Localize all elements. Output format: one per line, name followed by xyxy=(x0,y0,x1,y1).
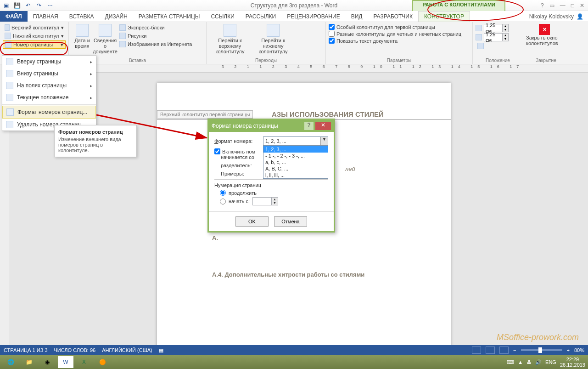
tray-volume-icon[interactable]: 🔊 xyxy=(535,359,542,365)
bottom-page-icon xyxy=(6,70,13,77)
contextual-group-label: РАБОТА С КОЛОНТИТУЛАМИ xyxy=(412,0,505,11)
minimize-icon[interactable]: — xyxy=(560,2,566,9)
tab-review[interactable]: РЕЦЕНЗИРОВАНИЕ xyxy=(281,11,345,22)
zoom-value[interactable]: 80% xyxy=(574,347,584,353)
page-number-button[interactable]: Номер страницы▾ xyxy=(3,40,66,49)
quick-access-toolbar: ▣ 💾 ↶ ↷ ⋯ xyxy=(0,1,54,10)
section-a2-suffix: лей xyxy=(345,165,355,172)
radio-continue[interactable]: продолжить xyxy=(220,190,328,196)
show-doc-checkbox[interactable]: Показать текст документа xyxy=(329,38,470,44)
pictures-icon xyxy=(119,33,126,39)
header-position-spinner[interactable]: 1,25 см▲▼ xyxy=(476,24,520,32)
goto-footer-button[interactable]: Перейти к нижнему колонтитулу xyxy=(252,24,294,54)
format-label: Формат номера: xyxy=(214,138,260,144)
ribbon-collapse-icon[interactable]: ▭ xyxy=(549,2,554,9)
user-area[interactable]: Nikolay Koldovsky 👤 xyxy=(525,11,588,22)
menu-bottom-of-page[interactable]: Внизу страницы▸ xyxy=(2,68,96,79)
taskbar-explorer-icon[interactable]: 📁 xyxy=(21,356,37,368)
status-page[interactable]: СТРАНИЦА 1 ИЗ 3 xyxy=(4,347,48,353)
tab-layout[interactable]: РАЗМЕТКА СТРАНИЦЫ xyxy=(133,11,206,22)
combo-option[interactable]: - 1 -, - 2 -, - 3 -, ... xyxy=(263,153,328,159)
cancel-button[interactable]: Отмена xyxy=(274,216,307,227)
zoom-slider[interactable] xyxy=(521,349,562,351)
quick-parts-button[interactable]: Экспресс-блоки xyxy=(118,24,194,31)
menu-current-position[interactable]: Текущее положение▸ xyxy=(2,91,96,103)
ribbon-tabs: ФАЙЛ ГЛАВНАЯ ВСТАВКА ДИЗАЙН РАЗМЕТКА СТР… xyxy=(0,11,588,22)
tray-lang[interactable]: ENG xyxy=(545,359,556,365)
header-button[interactable]: Верхний колонтитул▾ xyxy=(3,24,66,31)
format-page-number-dialog: Формат номера страницы ? ✕ Формат номера… xyxy=(207,119,335,233)
qat-more-icon[interactable]: ⋯ xyxy=(46,1,54,10)
zoom-in-button[interactable]: + xyxy=(567,347,570,353)
combo-option[interactable]: a, b, c, ... xyxy=(263,159,328,165)
top-page-icon xyxy=(6,58,13,65)
tray-network-icon[interactable]: 🖧 xyxy=(526,359,532,365)
odd-even-checkbox[interactable]: Разные колонтитулы для четных и нечетных… xyxy=(329,31,470,37)
online-pictures-button[interactable]: Изображения из Интернета xyxy=(118,40,194,48)
taskbar-chrome-icon[interactable]: ◉ xyxy=(39,356,55,368)
status-words[interactable]: ЧИСЛО СЛОВ: 96 xyxy=(54,347,96,353)
combo-option[interactable]: A, B, C, ... xyxy=(263,165,328,172)
redo-icon[interactable]: ↷ xyxy=(35,1,43,10)
undo-icon[interactable]: ↶ xyxy=(24,1,32,10)
close-icon[interactable]: ✕ xyxy=(580,2,584,9)
taskbar-word-icon[interactable]: W xyxy=(58,356,73,368)
status-bar: СТРАНИЦА 1 ИЗ 3 ЧИСЛО СЛОВ: 96 АНГЛИЙСКИ… xyxy=(0,345,588,355)
format-combo[interactable]: 1, 2, 3, ...▼ 1, 2, 3, ... - 1 -, - 2 -,… xyxy=(263,136,328,146)
tab-insert[interactable]: ВСТАВКА xyxy=(64,11,100,22)
menu-top-of-page[interactable]: Вверху страницы▸ xyxy=(2,56,96,68)
tab-developer[interactable]: РАЗРАБОТЧИК xyxy=(368,11,418,22)
tab-mailings[interactable]: РАССЫЛКИ xyxy=(240,11,281,22)
pagenum-icon xyxy=(5,41,11,48)
dialog-help-button[interactable]: ? xyxy=(304,122,314,130)
tab-references[interactable]: ССЫЛКИ xyxy=(205,11,240,22)
zoom-out-button[interactable]: − xyxy=(513,347,516,353)
group-label-nav: Переходы xyxy=(209,57,323,63)
numbering-title: Нумерация страниц xyxy=(214,182,328,188)
section-a3b: A. xyxy=(212,234,218,241)
docinfo-icon xyxy=(99,24,112,37)
save-icon[interactable]: 💾 xyxy=(13,1,21,10)
examples-label: Примеры: xyxy=(221,171,267,176)
align-tab-button[interactable] xyxy=(476,42,520,50)
menu-format-page-numbers[interactable]: Формат номеров страниц... xyxy=(2,106,96,119)
group-label-options: Параметры xyxy=(329,57,470,63)
tab-file[interactable]: ФАЙЛ xyxy=(0,11,28,22)
view-web-button[interactable] xyxy=(499,346,509,354)
tab-constructor[interactable]: КОНСТРУКТОР xyxy=(418,11,470,22)
header-pos-icon xyxy=(476,25,482,31)
menu-page-margins[interactable]: На полях страницы▸ xyxy=(2,79,96,91)
doc-info-button[interactable]: Сведения о документе xyxy=(95,24,116,54)
combo-option[interactable]: 1, 2, 3, ... xyxy=(263,146,328,153)
date-time-button[interactable]: Дата и время xyxy=(72,24,93,49)
view-print-button[interactable] xyxy=(486,346,495,354)
status-lang[interactable]: АНГЛИЙСКИЙ (США) xyxy=(102,347,152,353)
combo-option[interactable]: i, ii, iii, ... xyxy=(263,172,328,178)
goto-header-button[interactable]: Перейти к верхнему колонтитулу xyxy=(209,24,251,54)
tray-date[interactable]: 26.12.2013 xyxy=(560,362,585,368)
radio-start-at[interactable]: начать с:▲▼ xyxy=(220,197,328,205)
tab-view[interactable]: ВИД xyxy=(346,11,368,22)
footer-position-spinner[interactable]: 1,25 см▲▼ xyxy=(476,33,520,41)
ok-button[interactable]: OK xyxy=(235,216,269,227)
pictures-button[interactable]: Рисунки xyxy=(118,32,194,40)
tray-time[interactable]: 22:29 xyxy=(560,357,585,362)
status-macro-icon[interactable]: ▦ xyxy=(159,347,163,353)
format-combo-list: 1, 2, 3, ... - 1 -, - 2 -, - 3 -, ... a,… xyxy=(263,146,328,179)
tab-home[interactable]: ГЛАВНАЯ xyxy=(28,11,64,22)
maximize-icon[interactable]: □ xyxy=(571,2,574,9)
taskbar: 🌐 📁 ◉ W X 🟠 ⌨ ▲ 🖧 🔊 ENG 22:29 26.12.2013 xyxy=(0,355,588,369)
tab-design[interactable]: ДИЗАЙН xyxy=(100,11,133,22)
tray-keyboard-icon[interactable]: ⌨ xyxy=(507,359,514,365)
taskbar-snagit-icon[interactable]: 🟠 xyxy=(95,356,110,368)
help-icon[interactable]: ? xyxy=(541,2,544,9)
user-name: Nikolay Koldovsky xyxy=(529,13,574,20)
taskbar-excel-icon[interactable]: X xyxy=(76,356,92,368)
view-readmode-button[interactable] xyxy=(472,346,481,354)
tray-up-icon[interactable]: ▲ xyxy=(518,359,523,365)
dialog-close-button[interactable]: ✕ xyxy=(315,122,331,130)
close-hf-button[interactable]: ✕ Закрыть окно колонтитулов xyxy=(526,24,563,46)
taskbar-ie-icon[interactable]: 🌐 xyxy=(3,356,18,368)
first-page-checkbox[interactable]: Особый колонтитул для первой страницы xyxy=(329,24,470,30)
footer-button[interactable]: Нижний колонтитул▾ xyxy=(3,32,66,40)
